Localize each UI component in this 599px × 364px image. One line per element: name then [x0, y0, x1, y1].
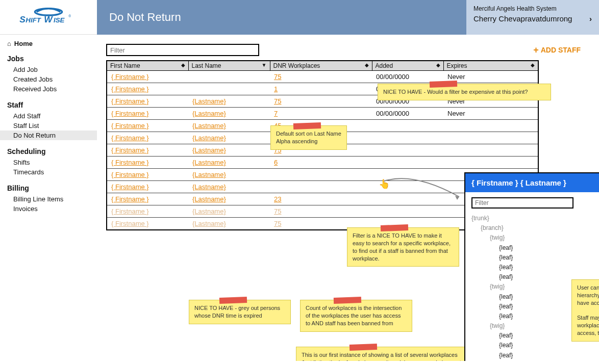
svg-text:S: S — [19, 14, 26, 24]
nav-item-staff-list[interactable]: Staff List — [7, 121, 97, 131]
cell-link[interactable]: {Lastname} — [188, 95, 270, 108]
add-staff-label: ADD STAFF — [541, 46, 581, 54]
main-content: + ADD STAFF First Name◆ Last Name▼ DNR W… — [97, 35, 599, 361]
cell: Never — [443, 108, 538, 120]
cell — [372, 193, 443, 205]
cell-link[interactable]: { Firstname } — [107, 132, 188, 144]
sidebar: ⌂ Home JobsAdd JobCreated JobsReceived J… — [0, 35, 97, 361]
nav-item-add-staff[interactable]: Add Staff — [7, 111, 97, 121]
cell-link[interactable]: { Firstname } — [107, 83, 188, 95]
cell-link[interactable]: 1 — [270, 83, 372, 95]
nav-item-add-job[interactable]: Add Job — [7, 65, 97, 74]
user-menu[interactable]: Merciful Angels Health System Cherry Che… — [466, 0, 599, 35]
tree-leaf[interactable]: {leaf} — [471, 341, 599, 350]
cell-link[interactable]: { Firstname } — [107, 71, 188, 83]
cell-link[interactable]: 6 — [270, 157, 372, 169]
cell-link[interactable]: {Lastname} — [188, 120, 270, 132]
col-first-name[interactable]: First Name◆ — [107, 61, 188, 71]
col-added[interactable]: Added◆ — [372, 61, 443, 71]
col-last-name[interactable]: Last Name▼ — [188, 61, 270, 71]
annotation-note: Default sort on Last Name Alpha ascendin… — [270, 125, 347, 150]
cell-link[interactable]: {Lastname} — [188, 205, 270, 218]
svg-text:W: W — [44, 14, 53, 24]
cell-link[interactable]: { Firstname } — [107, 205, 188, 218]
home-icon: ⌂ — [7, 40, 11, 47]
cell-link[interactable]: 75 — [270, 71, 372, 83]
col-first-name-label: First Name — [110, 62, 140, 69]
nav-item-shifts[interactable]: Shifts — [7, 158, 97, 167]
cell-link — [270, 169, 372, 181]
nav-item-do-not-return[interactable]: Do Not Return — [0, 131, 97, 140]
panel-filter-input[interactable] — [471, 197, 573, 209]
cell-link[interactable]: {Lastname} — [188, 108, 270, 120]
nav-item-timecards[interactable]: Timecards — [7, 167, 97, 177]
cell-link[interactable]: { Firstname } — [107, 108, 188, 120]
cell-link — [188, 83, 270, 95]
cell — [372, 205, 443, 218]
col-expires[interactable]: Expires◆ — [443, 61, 538, 71]
cell-link[interactable]: { Firstname } — [107, 144, 188, 157]
cell-link[interactable]: {Lastname} — [188, 181, 270, 193]
cell-link[interactable]: { Firstname } — [107, 218, 188, 230]
tree-leaf[interactable]: {leaf} — [471, 360, 599, 361]
sort-icon: ◆ — [436, 62, 440, 68]
tree-leaf[interactable]: {leaf} — [471, 263, 599, 272]
col-dnr-label: DNR Workplaces — [273, 62, 320, 69]
col-added-label: Added — [376, 62, 393, 69]
cell-link[interactable]: 23 — [270, 193, 372, 205]
nav-item-billing-line-items[interactable]: Billing Line Items — [7, 194, 97, 204]
tree-leaf[interactable]: {leaf} — [471, 243, 599, 253]
cell-link[interactable]: {Lastname} — [188, 218, 270, 230]
cell: 00/00/0000 — [372, 108, 443, 120]
cell — [372, 144, 443, 157]
cell-link[interactable]: {Lastname} — [188, 193, 270, 205]
cell-link[interactable]: { Firstname } — [107, 193, 188, 205]
col-expires-label: Expires — [447, 62, 467, 69]
svg-text:HIFT: HIFT — [26, 16, 41, 24]
annotation-note: This is our first instance of showing a … — [296, 347, 475, 361]
cell-link[interactable]: {Lastname} — [188, 169, 270, 181]
cell-link[interactable]: 75 — [270, 205, 372, 218]
tree-leaf[interactable]: {leaf} — [471, 351, 599, 360]
nav-group-staff: Staff — [7, 101, 97, 109]
nav-group-jobs: Jobs — [7, 55, 97, 63]
logo: S HIFT W ISE ® — [0, 0, 97, 35]
svg-text:®: ® — [68, 14, 71, 18]
annotation-note: Filter is a NICE TO HAVE to make it easy… — [347, 227, 459, 267]
cell-link[interactable]: { Firstname } — [107, 169, 188, 181]
cell-link[interactable]: {Lastname} — [188, 132, 270, 144]
page-title: Do Not Return — [97, 0, 466, 35]
cell: Never — [443, 71, 538, 83]
annotation-note: NICE TO HAVE - grey out persons whose DN… — [189, 300, 291, 324]
nav-item-invoices[interactable]: Invoices — [7, 204, 97, 214]
cell — [443, 144, 538, 157]
cell-link[interactable]: { Firstname } — [107, 157, 188, 169]
tree-branch: {branch} — [471, 223, 599, 233]
cell-link[interactable]: { Firstname } — [107, 95, 188, 108]
nav-group-billing: Billing — [7, 184, 97, 192]
cell-link[interactable]: { Firstname } — [107, 120, 188, 132]
sort-icon: ◆ — [365, 62, 369, 68]
table-row: { Firstname }{Lastname}6 — [107, 157, 538, 169]
cell — [443, 120, 538, 132]
tree-leaf[interactable]: {leaf} — [471, 253, 599, 263]
sort-desc-icon: ▼ — [262, 62, 267, 68]
user-org: Merciful Angels Health System — [473, 5, 592, 12]
panel-title: { Firstname } { Lastname } — [465, 173, 599, 192]
cell-link[interactable]: {Lastname} — [188, 157, 270, 169]
col-dnr-workplaces[interactable]: DNR Workplaces◆ — [270, 61, 372, 71]
filter-input[interactable] — [106, 44, 259, 56]
cell-link[interactable]: 7 — [270, 108, 372, 120]
add-staff-button[interactable]: + ADD STAFF — [533, 45, 581, 56]
table-row: { Firstname }{Lastname}700/00/0000Never — [107, 108, 538, 120]
col-last-name-label: Last Name — [192, 62, 221, 69]
nav-home[interactable]: ⌂ Home — [7, 40, 97, 47]
cell-link[interactable]: {Lastname} — [188, 144, 270, 157]
cell-link[interactable]: { Firstname } — [107, 181, 188, 193]
cell-link[interactable]: 75 — [270, 95, 372, 108]
cell — [372, 132, 443, 144]
nav-item-created-jobs[interactable]: Created Jobs — [7, 74, 97, 84]
cell — [372, 157, 443, 169]
svg-text:ISE: ISE — [54, 16, 65, 24]
nav-item-received-jobs[interactable]: Received Jobs — [7, 84, 97, 94]
